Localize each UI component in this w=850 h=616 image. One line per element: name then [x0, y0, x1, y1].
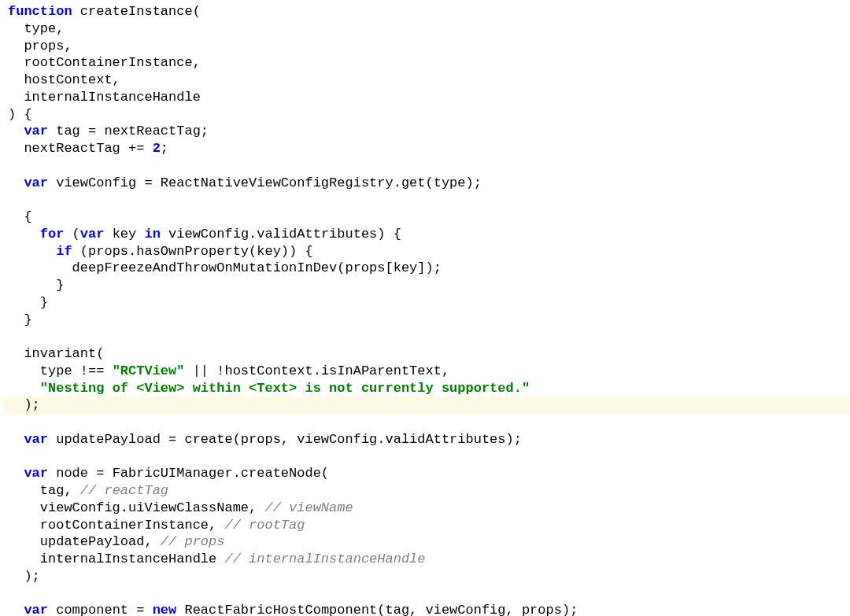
token-kw: in — [144, 227, 160, 242]
token-plain: internalInstanceHandle — [8, 90, 201, 105]
code-line[interactable]: function createInstance( — [3, 3, 850, 20]
token-plain: invariant( — [8, 346, 104, 361]
token-plain: } — [8, 312, 32, 327]
token-cmt: // rootTag — [224, 518, 305, 533]
token-kw: function — [8, 4, 72, 19]
token-cmt: // internalInstanceHandle — [224, 551, 425, 566]
token-plain: type !== — [8, 363, 113, 378]
token-kw: var — [24, 466, 48, 481]
code-line[interactable]: } — [3, 312, 850, 329]
token-kw: if — [56, 244, 72, 259]
token-kw: var — [24, 603, 48, 616]
token-plain: node = FabricUIManager.createNode( — [48, 466, 329, 481]
code-line[interactable]: if (props.hasOwnProperty(key)) { — [3, 243, 850, 260]
code-line[interactable] — [3, 448, 850, 466]
code-line[interactable]: updatePayload, // props — [3, 533, 850, 551]
code-line[interactable] — [3, 414, 850, 431]
code-editor[interactable]: function createInstance( type, props, ro… — [3, 3, 850, 616]
code-line[interactable] — [3, 328, 850, 345]
token-plain — [8, 466, 24, 481]
token-plain: { — [8, 209, 32, 224]
code-line[interactable]: { — [3, 208, 850, 226]
token-plain: viewConfig = ReactNativeViewConfigRegist… — [48, 175, 482, 190]
token-plain — [8, 227, 40, 242]
code-line[interactable]: type !== "RCTView" || !hostContext.isInA… — [3, 363, 850, 380]
token-plain — [8, 175, 24, 190]
code-line[interactable]: } — [3, 294, 850, 312]
token-num: 2 — [153, 141, 161, 156]
code-line[interactable] — [3, 585, 850, 603]
token-plain: ; — [161, 141, 168, 156]
token-plain: rootContainerInstance, — [8, 55, 201, 70]
code-line[interactable]: nextReactTag += 2; — [3, 140, 850, 157]
code-line[interactable]: } — [3, 277, 850, 294]
code-line[interactable]: rootContainerInstance, // rootTag — [3, 517, 850, 534]
token-cmt: // props — [161, 534, 225, 549]
token-plain: internalInstanceHandle — [8, 551, 224, 566]
token-plain: ReactFabricHostComponent(tag, viewConfig… — [176, 603, 578, 616]
code-line[interactable] — [3, 191, 850, 208]
code-line[interactable]: for (var key in viewConfig.validAttribut… — [3, 226, 850, 243]
code-line[interactable]: "Nesting of <View> within <Text> is not … — [3, 380, 850, 397]
token-plain: props, — [8, 39, 72, 53]
token-plain: ); — [8, 569, 40, 584]
token-plain — [8, 432, 24, 447]
token-kw: var — [24, 124, 48, 138]
code-line[interactable]: ) { — [3, 106, 850, 124]
token-plain: hostContext, — [8, 72, 120, 87]
code-line[interactable]: invariant( — [3, 345, 850, 363]
code-line[interactable]: ); — [3, 397, 850, 414]
token-plain: tag = nextReactTag; — [48, 124, 209, 138]
code-line[interactable]: var tag = nextReactTag; — [3, 123, 850, 140]
code-line[interactable]: var node = FabricUIManager.createNode( — [3, 465, 850, 482]
token-plain — [8, 124, 24, 138]
code-line[interactable]: props, — [3, 38, 850, 55]
token-plain: ( — [64, 227, 79, 242]
token-plain — [8, 244, 56, 259]
code-line[interactable]: ); — [3, 568, 850, 585]
code-line[interactable]: viewConfig.uiViewClassName, // viewName — [3, 500, 850, 517]
token-plain: } — [8, 295, 48, 310]
code-line[interactable]: rootContainerInstance, — [3, 54, 850, 72]
token-plain: viewConfig.uiViewClassName, — [8, 500, 264, 515]
token-plain: key — [104, 227, 144, 242]
token-plain: ); — [8, 397, 40, 412]
token-plain — [8, 603, 24, 616]
token-plain — [8, 381, 40, 396]
code-line[interactable]: hostContext, — [3, 72, 850, 89]
token-plain: || !hostContext.isInAParentText, — [184, 363, 449, 378]
token-plain: tag, — [8, 483, 80, 498]
token-plain: updatePayload = create(props, viewConfig… — [48, 432, 522, 447]
code-line[interactable]: var viewConfig = ReactNativeViewConfigRe… — [3, 175, 850, 192]
token-plain: component = — [48, 603, 153, 616]
token-str: "RCTView" — [113, 363, 185, 378]
token-plain: } — [8, 278, 64, 293]
token-plain: updatePayload, — [8, 534, 161, 549]
token-plain: createInstance( — [72, 4, 201, 19]
token-plain: ) { — [8, 107, 32, 122]
token-plain: viewConfig.validAttributes) { — [161, 227, 401, 242]
token-cmt: // viewName — [264, 500, 353, 515]
code-line[interactable]: internalInstanceHandle — [3, 89, 850, 106]
code-line[interactable]: internalInstanceHandle // internalInstan… — [3, 551, 850, 568]
token-str: "Nesting of <View> within <Text> is not … — [40, 381, 530, 396]
code-line[interactable]: var component = new ReactFabricHostCompo… — [3, 602, 850, 616]
token-plain: deepFreezeAndThrowOnMutationInDev(props[… — [8, 260, 442, 275]
token-kw: var — [24, 175, 48, 190]
token-plain: rootContainerInstance, — [8, 518, 224, 533]
code-line[interactable]: deepFreezeAndThrowOnMutationInDev(props[… — [3, 260, 850, 277]
token-plain: type, — [8, 21, 64, 36]
token-kw: var — [80, 227, 105, 242]
code-line[interactable]: tag, // reactTag — [3, 482, 850, 500]
token-kw: var — [24, 432, 48, 447]
code-line[interactable]: type, — [3, 20, 850, 38]
token-new: new — [153, 603, 177, 616]
token-plain: (props.hasOwnProperty(key)) { — [72, 244, 313, 259]
token-cmt: // reactTag — [80, 483, 168, 498]
code-line[interactable]: var updatePayload = create(props, viewCo… — [3, 431, 850, 448]
code-line[interactable] — [3, 157, 850, 175]
token-kw: for — [40, 227, 65, 242]
token-plain: nextReactTag += — [8, 141, 153, 156]
